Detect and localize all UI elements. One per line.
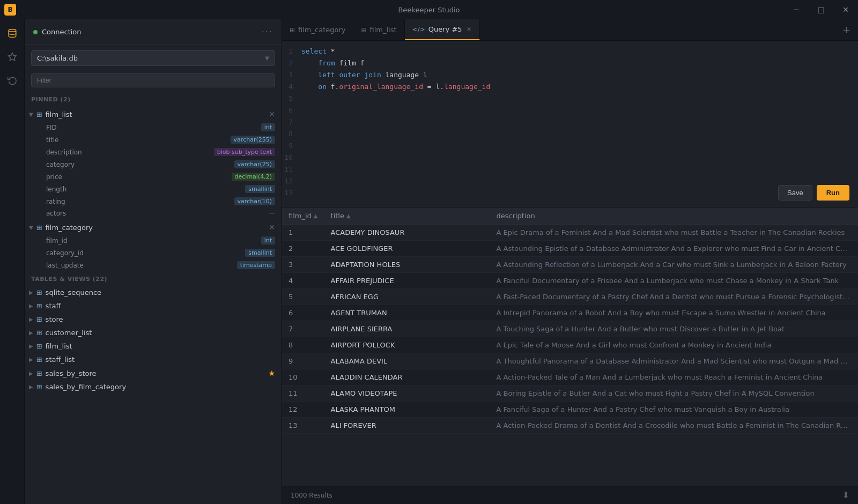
tv-sales-by-film-category[interactable]: ▶ ⊞ sales_by_film_category	[25, 380, 282, 394]
line-content-2: from film f	[301, 59, 364, 67]
panel-scroll-area[interactable]: PINNED (2) ▼ ⊞ film_list ✕ FID int title	[25, 93, 282, 504]
cell-film-id: 12	[282, 402, 324, 418]
filter-input[interactable]	[31, 73, 275, 87]
maximize-button[interactable]: □	[809, 0, 833, 19]
cell-title: ACADEMY DINOSAUR	[324, 225, 490, 241]
col-rating-type: varchar(10)	[234, 197, 275, 205]
titlebar: B Beekeeper Studio ─ □ ✕	[0, 0, 858, 19]
tv-sales-by-store-chevron-icon: ▶	[29, 370, 33, 376]
svg-point-0	[9, 29, 16, 32]
tab-film-category-label: film_category	[298, 26, 345, 34]
export-icon[interactable]: ⬇	[842, 490, 849, 500]
cell-description: A Touching Saga of a Hunter And a Butler…	[490, 321, 858, 337]
film-category-header-row[interactable]: ▼ ⊞ film_category ✕	[25, 220, 282, 234]
tv-staff-list-grid-icon: ⊞	[36, 355, 42, 364]
cell-film-id: 11	[282, 386, 324, 402]
connection-title: Connection	[42, 28, 82, 36]
app-logo: B	[4, 4, 16, 16]
tab-add-button[interactable]: +	[835, 19, 858, 40]
sidebar-database-icon[interactable]	[3, 24, 22, 43]
pinned-section-header: PINNED (2)	[25, 93, 282, 106]
cell-film-id: 9	[282, 353, 324, 369]
col-header-title[interactable]: title ▲	[324, 207, 490, 225]
sidebar-star-icon[interactable]	[3, 47, 22, 66]
col-actors-name: actors	[46, 210, 66, 217]
db-path-label: C:\sakila.db	[37, 54, 78, 62]
col-description: description blob sub_type text	[25, 146, 282, 158]
results-count: 1000 Results	[291, 492, 332, 499]
connection-panel: Connection ··· C:\sakila.db ▼ PINNED (2)…	[25, 19, 282, 504]
tab-bar: ⊞ film_category ⊞ film_list </> Query #5…	[282, 19, 858, 41]
tv-sales-by-store[interactable]: ▶ ⊞ sales_by_store ★	[25, 366, 282, 380]
film-list-header-row[interactable]: ▼ ⊞ film_list ✕	[25, 107, 282, 121]
results-footer: 1000 Results ⬇	[282, 486, 858, 504]
tv-store-grid-icon: ⊞	[36, 315, 42, 323]
code-editor[interactable]: 1 select * 2 from film f 3 left outer jo…	[282, 41, 858, 207]
table-row: 6 AGENT TRUMAN A Intrepid Panorama of a …	[282, 305, 858, 321]
table-row: 8 AIRPORT POLLOCK A Epic Tale of a Moose…	[282, 337, 858, 353]
col-last-update-name: last_update	[46, 262, 84, 269]
col-title-name: title	[46, 136, 58, 144]
database-selector[interactable]: C:\sakila.db ▼	[31, 50, 275, 66]
save-button[interactable]: Save	[778, 185, 812, 201]
cell-description: A Fast-Paced Documentary of a Pastry Che…	[490, 289, 858, 305]
line-num-2: 2	[282, 59, 301, 67]
run-button[interactable]: Run	[817, 185, 849, 201]
cell-description: A Epic Tale of a Moose And a Girl who mu…	[490, 337, 858, 353]
line-num-12: 12	[282, 177, 301, 185]
line-num-11: 11	[282, 165, 301, 173]
col-length: length smallint	[25, 183, 282, 195]
table-row: 13 ALI FOREVER A Action-Packed Drama of …	[282, 418, 858, 434]
line-num-13: 13	[282, 189, 301, 197]
code-lines: 1 select * 2 from film f 3 left outer jo…	[282, 47, 858, 201]
film-category-close-icon[interactable]: ✕	[269, 223, 275, 232]
col-fid-type: int	[261, 123, 275, 131]
tv-film-list[interactable]: ▶ ⊞ film_list	[25, 339, 282, 353]
connection-more-button[interactable]: ···	[262, 27, 273, 37]
table-row: 11 ALAMO VIDEOTAPE A Boring Epistle of a…	[282, 386, 858, 402]
col-title: title varchar(255)	[25, 134, 282, 146]
line-num-10: 10	[282, 153, 301, 161]
col-price-type: decimal(4,2)	[232, 173, 275, 181]
film-list-name: film_list	[46, 110, 72, 118]
tv-staff-list-name: staff_list	[46, 355, 275, 364]
code-line-10: 10	[282, 153, 858, 165]
col-category-name: category	[46, 161, 75, 168]
tab-film-list[interactable]: ⊞ film_list	[353, 19, 404, 40]
tab-query5-close-icon[interactable]: ✕	[467, 26, 472, 33]
results-table-wrap[interactable]: film_id ▲ title ▲	[282, 207, 858, 486]
col-header-film-id[interactable]: film_id ▲	[282, 207, 324, 225]
col-last-update: last_update timestamp	[25, 259, 282, 271]
tv-customer-list[interactable]: ▶ ⊞ customer_list	[25, 326, 282, 339]
sidebar-history-icon[interactable]	[3, 71, 22, 90]
tab-query5[interactable]: </> Query #5 ✕	[405, 19, 480, 40]
close-button[interactable]: ✕	[833, 0, 858, 19]
col-header-description[interactable]: description	[490, 207, 858, 225]
minimize-button[interactable]: ─	[784, 0, 809, 19]
film-category-chevron-icon: ▼	[29, 225, 33, 231]
col-fid: FID int	[25, 121, 282, 134]
col-header-description-label: description	[496, 212, 535, 220]
cell-description: A Action-Packed Drama of a Dentist And a…	[490, 418, 858, 434]
film-list-header-left: ▼ ⊞ film_list	[29, 110, 72, 118]
col-header-title-label: title	[331, 212, 344, 220]
film-list-close-icon[interactable]: ✕	[269, 110, 275, 118]
col-length-type: smallint	[245, 185, 275, 193]
col-header-film-id-sort-icon: ▲	[314, 213, 318, 219]
tv-sqlite-sequence[interactable]: ▶ ⊞ sqlite_sequence	[25, 286, 282, 299]
cell-film-id: 4	[282, 273, 324, 289]
code-line-3: 3 left outer join language l	[282, 71, 858, 83]
connection-info: Connection	[33, 28, 82, 36]
tv-store[interactable]: ▶ ⊞ store	[25, 313, 282, 326]
pinned-table-film-list: ▼ ⊞ film_list ✕ FID int title varchar(25…	[25, 107, 282, 219]
cell-description: A Thoughtful Panorama of a Database Admi…	[490, 353, 858, 369]
code-line-2: 2 from film f	[282, 59, 858, 71]
tv-staff-list[interactable]: ▶ ⊞ staff_list	[25, 353, 282, 366]
cell-film-id: 10	[282, 369, 324, 386]
cell-title: ALABAMA DEVIL	[324, 353, 490, 369]
cell-title: AFRICAN EGG	[324, 289, 490, 305]
table-row: 12 ALASKA PHANTOM A Fanciful Saga of a H…	[282, 402, 858, 418]
tv-staff[interactable]: ▶ ⊞ staff	[25, 299, 282, 313]
cell-title: AFFAIR PREJUDICE	[324, 273, 490, 289]
tab-film-category[interactable]: ⊞ film_category	[282, 19, 353, 40]
